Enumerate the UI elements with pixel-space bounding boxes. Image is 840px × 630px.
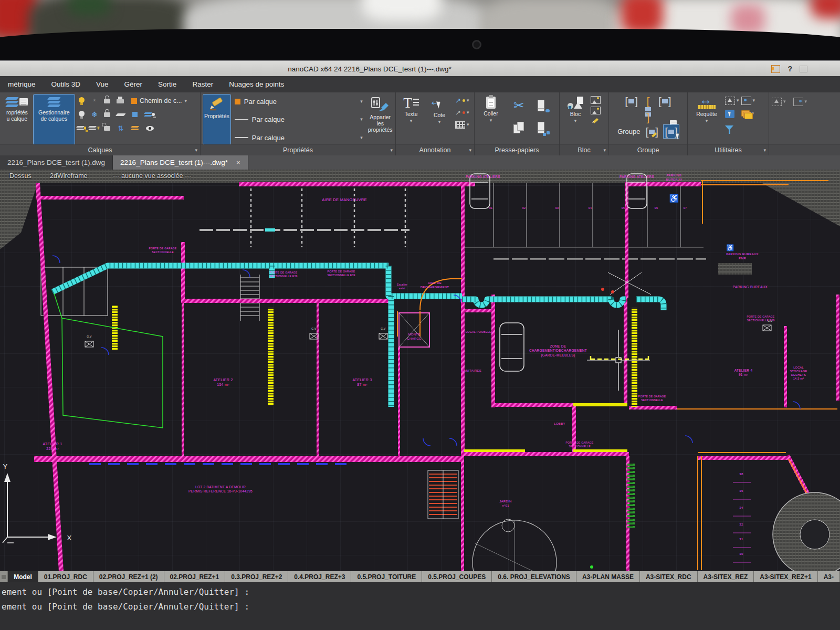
group-manager-icon[interactable]: [] (657, 94, 673, 124)
color-swatch (235, 99, 240, 104)
copy-icon[interactable] (513, 122, 524, 134)
cursor-select-button[interactable]: ▾ (793, 97, 807, 107)
layer-flat-icon[interactable] (116, 113, 126, 117)
layer-current-icon[interactable] (130, 112, 140, 117)
lock-icon[interactable] (103, 111, 111, 118)
group-select-icon[interactable]: [] (664, 125, 679, 138)
doc-tab-1[interactable]: 2216_Plans DCE_tesrt (1).dwg (0, 155, 113, 170)
layer-select-dropdown[interactable]: Chemin de c... ▾ (129, 96, 197, 106)
freeze-icon[interactable]: ❄ (90, 110, 99, 119)
linetype-dropdown[interactable]: Par calque ▾ (233, 114, 365, 125)
image-attach-icon[interactable] (591, 96, 601, 104)
layout-tab[interactable]: A3-PLAN MASSE (576, 571, 640, 582)
layout-tab[interactable]: 01.PROJ_RDC (38, 571, 93, 582)
menu-outils-3d[interactable]: Outils 3D (44, 80, 89, 88)
layer-properties-button[interactable]: ropriétés u calque (3, 94, 32, 144)
layout-tab-scroll[interactable] (0, 571, 8, 582)
doc-tab-2[interactable]: 2216_Plans DCE_tesrt (1)---.dwg*× (113, 155, 248, 170)
layer-manager-button[interactable]: Gestionnaire de calques (34, 94, 75, 144)
menu-gerer[interactable]: Gérer (117, 80, 151, 88)
table-button[interactable]: ▾ (455, 120, 469, 130)
layer-off-icon[interactable] (77, 110, 86, 119)
lineweight-dropdown[interactable]: Par calque ▾ (233, 132, 365, 143)
layout-tab[interactable]: 02.PROJ_REZ+1 (164, 571, 226, 582)
layer-plot-icon[interactable] (116, 98, 125, 104)
layout-tab[interactable]: 0.4.PROJ_REZ+3 (288, 571, 351, 582)
match-properties-button[interactable]: Apparier les propriétés (367, 94, 394, 144)
command-line[interactable]: ement ou [Point de base/Copier/Annuler/Q… (0, 582, 840, 630)
pencil-icon (208, 97, 226, 111)
group-edit-icon[interactable]: [] (645, 125, 660, 138)
viewport-view-control[interactable]: Dessus (9, 172, 32, 180)
panel-label-bloc[interactable]: Bloc▾ (560, 144, 608, 155)
quick-select-button[interactable]: ▾ (725, 96, 739, 106)
group-ungroup-icon[interactable]: [] (644, 94, 652, 124)
layer-walk-icon[interactable] (144, 112, 155, 117)
layer-isolate-icon[interactable] (77, 125, 86, 131)
panel-label-annotation[interactable]: Annotation▾ (396, 144, 474, 155)
cut-icon[interactable]: ✂ (513, 98, 524, 113)
panel-label-utilitaires[interactable]: Utilitaires▾ (688, 144, 769, 155)
panel-label-presse-papiers[interactable]: Presse-papiers (475, 144, 559, 155)
filter-button[interactable] (725, 122, 733, 132)
layout-tab[interactable]: 02.PROJ_REZ+1 (2) (93, 571, 164, 582)
close-icon[interactable]: × (236, 159, 240, 166)
image-edit-icon[interactable] (591, 107, 601, 114)
group-button[interactable]: Groupe (617, 128, 640, 135)
menu-raster[interactable]: Raster (184, 80, 221, 88)
chevron-down-icon: ▾ (360, 99, 363, 104)
select-all-button[interactable] (725, 109, 734, 119)
leader-button[interactable]: ↗▾ (455, 96, 469, 106)
multileader-button[interactable]: ↗▾ (455, 108, 469, 118)
layer-merge-icon[interactable] (130, 125, 140, 131)
layout-tab[interactable]: 0.6. PROJ_ELEVATIONS (492, 571, 576, 582)
unlock-icon[interactable] (103, 125, 111, 132)
ucs-y-label: Y (3, 463, 8, 471)
query-button[interactable]: ↔ Requête ▾ (690, 94, 723, 144)
layout-tab[interactable]: 0.5.PROJ_COUPES (422, 571, 492, 582)
layout-tab[interactable]: A3-SITEX_REZ+1 (754, 571, 817, 582)
copy-with-link-icon[interactable] (538, 100, 549, 112)
dimension-button[interactable]: ↔ Cote ▾ (426, 94, 453, 144)
menu-vue[interactable]: Vue (88, 80, 117, 88)
layer-lock-icon[interactable] (103, 98, 111, 104)
layer-freeze-icon[interactable]: * (90, 97, 99, 106)
window-switch-icon[interactable] (771, 65, 780, 73)
panel-label-proprietes[interactable]: Propriétés▾ (201, 144, 395, 155)
layout-tab[interactable]: 0.3.PROJ_REZ+2 (225, 571, 288, 582)
color-dropdown[interactable]: Par calque ▾ (233, 96, 365, 107)
select-similar-button[interactable]: ▾ (741, 96, 755, 106)
layout-tab-model[interactable]: Model (8, 571, 38, 582)
group-create-icon[interactable]: [] (624, 94, 639, 124)
menu-nuages-de-points[interactable]: Nuages de points (221, 80, 292, 88)
layer-match-icon[interactable]: ⇅ (116, 124, 126, 132)
layout-tab[interactable]: 0.5.PROJ_TOITURE (351, 571, 422, 582)
block-button[interactable]: Bloc ▾ (562, 94, 589, 144)
text-button[interactable]: T Texte ▾ (398, 94, 424, 144)
viewport-style-control[interactable]: 2dWireframe (50, 172, 88, 180)
layout-tab[interactable]: A3- (818, 571, 840, 582)
move-up-button[interactable]: ▾ (772, 97, 786, 107)
menu-parametrique[interactable]: métrique (0, 80, 44, 88)
paste-button[interactable]: Coller ▾ (477, 94, 505, 144)
laptop-photo: { "window": { "title": "nanoCAD x64 24 2… (0, 0, 840, 630)
panel-label-calques[interactable]: Calques▾ (0, 144, 200, 155)
window-titlebar: nanoCAD x64 24 2216_Plans DCE_tesrt (1)-… (0, 60, 840, 77)
layout-tab[interactable]: A3-SITEX_REZ (698, 571, 754, 582)
panel-label-groupe[interactable]: Groupe (609, 144, 687, 155)
help-icon[interactable]: ? (788, 65, 792, 73)
minimize-icon[interactable] (800, 66, 807, 72)
dwg-label: Escalier exist (397, 283, 407, 290)
drawing-canvas[interactable]: Dessus 2dWireframe --- aucune vue associ… (0, 170, 840, 571)
block-edit-icon[interactable] (591, 117, 601, 123)
layer-visibility-icon[interactable] (144, 126, 155, 131)
copy-with-basepoint-icon[interactable] (538, 122, 549, 134)
layer-on-icon[interactable] (77, 97, 86, 106)
command-history-line: ement ou [Point de base/Copier/Annuler/Q… (0, 582, 840, 597)
draw-order-button[interactable]: ▾ (741, 109, 754, 119)
properties-button[interactable]: Propriétés (203, 94, 230, 144)
layer-unisolate-icon[interactable]: ☀ (90, 125, 99, 131)
menu-sortie[interactable]: Sortie (150, 80, 184, 88)
viewport-named-view[interactable]: --- aucune vue associée --- (113, 172, 191, 180)
layout-tab[interactable]: A3-SITEX_RDC (640, 571, 698, 582)
